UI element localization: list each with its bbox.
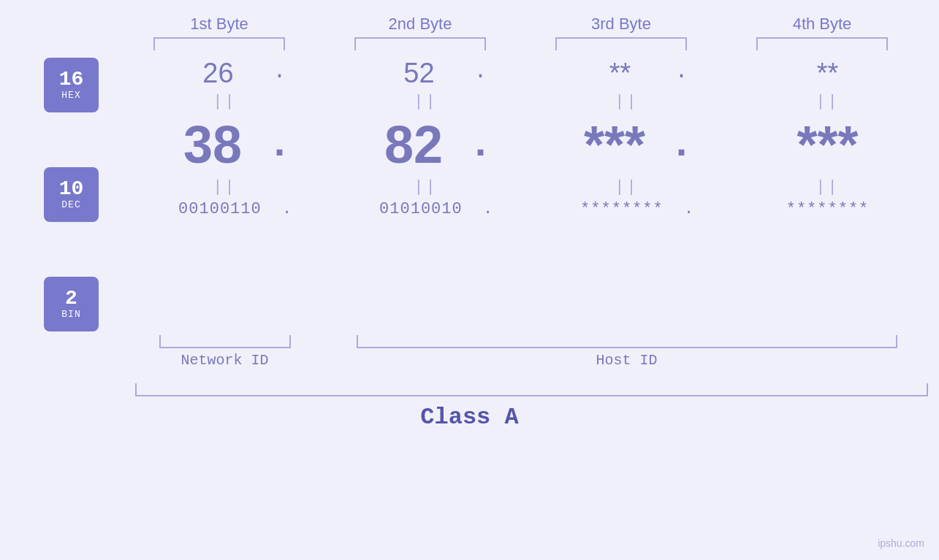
top-brackets: [0, 37, 939, 50]
full-bracket-line: [135, 383, 928, 396]
eq2-sign4: ||: [816, 178, 839, 196]
bin-value-2: 01010010: [359, 200, 483, 218]
hex-value-3: **: [565, 58, 674, 89]
content-area: 16 HEX 10 DEC 2 BIN 26 .: [0, 58, 939, 331]
bin-badge-label: BIN: [61, 309, 80, 320]
dec-row: 38 . 82 . *** . ***: [124, 115, 939, 174]
top-bracket-2: [354, 37, 486, 50]
bracket-cell-1: [119, 37, 320, 50]
eq1-cell1: ||: [124, 93, 325, 111]
bottom-bracket-network-container: [124, 335, 325, 348]
eq1-sign1: ||: [213, 93, 236, 111]
eq1-sign4: ||: [816, 93, 839, 111]
dec-badge-label: DEC: [61, 199, 80, 210]
equals-row-1: || || || ||: [124, 89, 939, 115]
top-bracket-1: [153, 37, 285, 50]
eq2-cell3: ||: [526, 178, 727, 196]
dec-value-2: 82: [359, 115, 468, 174]
values-grid: 26 . 52 . ** . ** || || ||: [124, 58, 939, 331]
eq1-cell3: ||: [526, 93, 727, 111]
network-id-label: Network ID: [124, 352, 325, 369]
top-bracket-4: [756, 37, 888, 50]
hex-badge-label: HEX: [61, 90, 80, 101]
bottom-brackets-row: [0, 335, 939, 348]
hex-dot-3: .: [674, 61, 688, 86]
byte3-header: 3rd Byte: [521, 15, 722, 34]
watermark: ipshu.com: [878, 537, 924, 549]
eq1-cell2: ||: [325, 93, 526, 111]
eq2-cell1: ||: [124, 178, 325, 196]
hex-value-1: 26: [163, 58, 273, 89]
dec-value-3: ***: [560, 115, 669, 174]
eq1-cell4: ||: [727, 93, 928, 111]
eq1-sign3: ||: [615, 93, 638, 111]
bracket-cell-3: [521, 37, 722, 50]
dec-dot-1: .: [267, 125, 292, 165]
eq2-sign1: ||: [213, 178, 236, 196]
bottom-bracket-host-container: [325, 335, 928, 348]
dec-badge: 10 DEC: [44, 167, 99, 222]
dec-badge-number: 10: [59, 179, 84, 199]
bottom-bracket-host: [357, 335, 897, 348]
hex-row: 26 . 52 . ** . **: [124, 58, 939, 89]
dec-value-4: ***: [773, 115, 883, 174]
hex-badge: 16 HEX: [44, 58, 99, 112]
hex-dot-1: .: [273, 61, 286, 86]
bin-value-3: ********: [560, 200, 684, 218]
hex-cell-3: ** .: [526, 58, 727, 89]
dec-dot-2: .: [468, 125, 493, 165]
dec-cell-3: *** .: [526, 115, 727, 174]
bin-value-4: ********: [766, 200, 890, 218]
bin-cell-2: 01010010 .: [325, 200, 526, 218]
hex-value-2: 52: [364, 58, 474, 89]
bin-row: 00100110 . 01010010 . ******** . *******…: [124, 200, 939, 218]
bin-dot-1: .: [282, 202, 292, 218]
bin-cell-1: 00100110 .: [124, 200, 325, 218]
byte-headers: 1st Byte 2nd Byte 3rd Byte 4th Byte: [0, 0, 939, 34]
bin-dot-2: .: [483, 202, 493, 218]
eq2-sign3: ||: [615, 178, 638, 196]
badges-column: 16 HEX 10 DEC 2 BIN: [37, 58, 124, 331]
bin-dot-3: .: [684, 202, 693, 218]
hex-cell-4: **: [727, 58, 928, 89]
hex-dot-2: .: [474, 61, 487, 86]
dec-cell-2: 82 .: [325, 115, 526, 174]
equals-row-2: || || || ||: [124, 174, 939, 200]
dec-dot-3: .: [669, 125, 693, 165]
byte1-header: 1st Byte: [119, 15, 320, 34]
full-bracket-row: [135, 383, 928, 396]
byte4-header: 4th Byte: [722, 15, 923, 34]
labels-row: Network ID Host ID: [0, 352, 939, 369]
byte2-header: 2nd Byte: [320, 15, 521, 34]
bin-cell-4: ********: [727, 200, 928, 218]
eq1-sign2: ||: [414, 93, 437, 111]
hex-cell-1: 26 .: [124, 58, 325, 89]
hex-value-4: **: [773, 58, 883, 89]
dec-cell-4: ***: [727, 115, 928, 174]
bracket-cell-4: [722, 37, 923, 50]
host-id-label: Host ID: [325, 352, 928, 369]
class-label: Class A: [420, 404, 518, 431]
eq2-cell4: ||: [727, 178, 928, 196]
dec-cell-1: 38 .: [124, 115, 325, 174]
hex-cell-2: 52 .: [325, 58, 526, 89]
eq2-cell2: ||: [325, 178, 526, 196]
top-bracket-3: [555, 37, 687, 50]
bin-value-1: 00100110: [158, 200, 282, 218]
bottom-bracket-network: [159, 335, 291, 348]
class-row: Class A: [0, 404, 939, 431]
bracket-cell-2: [320, 37, 521, 50]
dec-value-1: 38: [158, 115, 267, 174]
bin-cell-3: ******** .: [526, 200, 727, 218]
eq2-sign2: ||: [414, 178, 437, 196]
hex-badge-number: 16: [59, 69, 84, 90]
main-container: 1st Byte 2nd Byte 3rd Byte 4th Byte 16 H…: [0, 0, 939, 560]
bin-badge: 2 BIN: [44, 277, 99, 331]
bin-badge-number: 2: [65, 288, 77, 309]
